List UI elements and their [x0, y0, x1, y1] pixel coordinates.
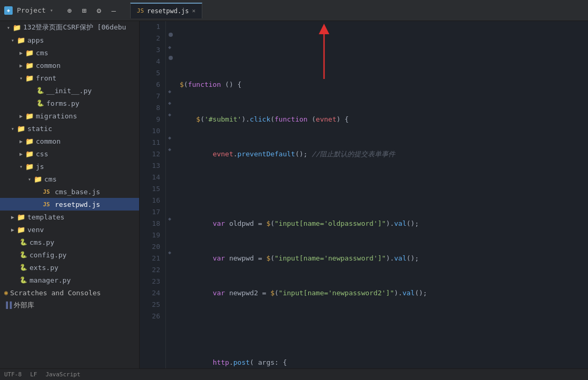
- resetpwd-spacer: [34, 200, 42, 208]
- minimize-button[interactable]: —: [108, 5, 120, 16]
- static-arrow: ▾: [8, 124, 17, 133]
- code-line-3: $('#submit').click(function (evnet) {: [180, 114, 588, 125]
- sidebar: ▾ 📁 132登录页面CSRF保护 [06debu ▾ 📁 apps ▶ 📁 c…: [0, 21, 140, 368]
- code-editor[interactable]: 1 2 3 4 5 6 7 8 9 10 11 12 13 14 15 16 1…: [140, 21, 588, 368]
- common-static-arrow: ▶: [17, 137, 25, 145]
- venv-folder-icon: 📁: [17, 225, 25, 234]
- code-line-9: [180, 322, 588, 334]
- cms-app-label: cms: [36, 49, 48, 57]
- cms-base-js-label: cms_base.js: [55, 188, 100, 196]
- sidebar-item-apps[interactable]: ▾ 📁 apps: [0, 34, 139, 46]
- ln-14: 14: [140, 172, 160, 183]
- code-line-1: [180, 44, 588, 56]
- apps-arrow: ▾: [8, 36, 17, 44]
- fold-9: ◆: [168, 112, 171, 117]
- sidebar-item-config-py[interactable]: 🐍 config.py: [0, 248, 139, 261]
- fold-3: ◆: [168, 44, 171, 50]
- ln-22: 22: [140, 264, 160, 276]
- cms-app-arrow: ▶: [17, 48, 25, 57]
- project-root-label: 132登录页面CSRF保护 [06debu: [23, 23, 126, 32]
- sidebar-item-cms-js-folder[interactable]: ▾ 📁 cms: [0, 173, 139, 185]
- code-area: 1 2 3 4 5 6 7 8 9 10 11 12 13 14 15 16 1…: [140, 21, 588, 368]
- scratches-icon: ◉: [4, 289, 8, 296]
- migrations-arrow: ▶: [17, 112, 25, 120]
- sidebar-item-common-app[interactable]: ▶ 📁 common: [0, 59, 139, 72]
- sidebar-item-css[interactable]: ▶ 📁 css: [0, 147, 139, 160]
- code-line-8: var newpwd2 = $("input[name='newpassword…: [180, 287, 588, 299]
- sidebar-item-scratches[interactable]: ◉ Scratches and Consoles: [0, 286, 139, 299]
- common-static-label: common: [36, 137, 61, 145]
- fold-11: ◆: [168, 135, 171, 141]
- ln-4: 4: [140, 56, 160, 67]
- manager-py-label: manager.py: [30, 276, 71, 284]
- css-label: css: [36, 150, 48, 158]
- sidebar-item-cms-py[interactable]: 🐍 cms.py: [0, 236, 139, 248]
- code-content[interactable]: $(function () { $('#submit').click(funct…: [175, 21, 588, 368]
- code-line-5: [180, 183, 588, 195]
- dropdown-icon: ▾: [50, 7, 53, 13]
- bottom-line-sep: LF: [30, 371, 37, 378]
- forms-py-label: forms.py: [46, 99, 80, 107]
- code-line-7: var newpwd = $("input[name='newpassword'…: [180, 253, 588, 264]
- sidebar-item-static[interactable]: ▾ 📁 static: [0, 122, 139, 135]
- line-numbers: 1 2 3 4 5 6 7 8 9 10 11 12 13 14 15 16 1…: [140, 21, 166, 368]
- config-py-icon: 🐍: [19, 251, 27, 259]
- migrations-label: migrations: [36, 112, 77, 120]
- settings-button[interactable]: ⚙: [93, 5, 105, 16]
- common-static-folder-icon: 📁: [25, 137, 34, 145]
- ln-11: 11: [140, 137, 160, 148]
- front-label: front: [36, 74, 56, 82]
- forms-spacer: [27, 99, 36, 107]
- sidebar-item-common-static[interactable]: ▶ 📁 common: [0, 135, 139, 147]
- init-spacer: [27, 86, 36, 95]
- sidebar-item-cms-app[interactable]: ▶ 📁 cms: [0, 46, 139, 59]
- migrations-folder-icon: 📁: [25, 112, 34, 120]
- title-bar-actions: ⊕ ⊞ ⚙ —: [64, 5, 120, 16]
- js-folder-icon: 📁: [25, 162, 34, 171]
- cms-base-js-icon: JS: [42, 187, 51, 196]
- ln-5: 5: [140, 67, 160, 79]
- ln-20: 20: [140, 241, 160, 253]
- sidebar-item-cms-base-js[interactable]: JS cms_base.js: [0, 185, 139, 198]
- project-icon: ◈: [4, 6, 13, 15]
- sidebar-item-forms-py[interactable]: 🐍 forms.py: [0, 97, 139, 109]
- css-arrow: ▶: [17, 149, 25, 158]
- fold-12: ◆: [168, 146, 171, 152]
- tab-close-icon[interactable]: ✕: [192, 7, 196, 14]
- ln-3: 3: [140, 44, 160, 56]
- sidebar-item-templates[interactable]: ▶ 📁 templates: [0, 211, 139, 223]
- code-gutter: ◆ ◆ ◆ ◆ ◆ ◆ ◆ ◆: [166, 21, 175, 368]
- css-folder-icon: 📁: [25, 149, 34, 158]
- project-root[interactable]: ▾ 📁 132登录页面CSRF保护 [06debu: [0, 21, 139, 34]
- globe-button[interactable]: ⊕: [64, 5, 75, 16]
- config-py-label: config.py: [30, 251, 66, 259]
- tab-filename: resetpwd.js: [147, 7, 189, 15]
- sidebar-item-init-py[interactable]: 🐍 __init__.py: [0, 84, 139, 97]
- main-content: ▾ 📁 132登录页面CSRF保护 [06debu ▾ 📁 apps ▶ 📁 c…: [0, 21, 588, 368]
- code-line-4: evnet.preventDefault(); //阻止默认的提交表单事件: [180, 148, 588, 160]
- static-folder-icon: 📁: [17, 124, 25, 133]
- sidebar-item-js[interactable]: ▾ 📁 js: [0, 160, 139, 173]
- sidebar-item-external-lib[interactable]: ▐▐ 外部库: [0, 299, 139, 312]
- layout-button[interactable]: ⊞: [79, 5, 90, 16]
- sidebar-item-venv[interactable]: ▶ 📁 venv: [0, 223, 139, 236]
- sidebar-item-manager-py[interactable]: 🐍 manager.py: [0, 274, 139, 286]
- project-label: Project: [17, 6, 46, 14]
- sidebar-item-front[interactable]: ▾ 📁 front: [0, 72, 139, 84]
- templates-label: templates: [27, 213, 64, 221]
- sidebar-item-migrations[interactable]: ▶ 📁 migrations: [0, 109, 139, 122]
- cms-py-icon: 🐍: [19, 238, 27, 246]
- ln-6: 6: [140, 79, 160, 91]
- ln-19: 19: [140, 229, 160, 241]
- bottom-bar: UTF-8 LF JavaScript: [0, 368, 588, 380]
- bottom-filetype: JavaScript: [45, 371, 80, 378]
- ln-1: 1: [140, 21, 160, 33]
- ln-23: 23: [140, 276, 160, 287]
- sidebar-item-exts-py[interactable]: 🐍 exts.py: [0, 261, 139, 274]
- templates-arrow: ▶: [8, 213, 17, 221]
- tab-resetpwd[interactable]: JS resetpwd.js ✕: [130, 3, 202, 18]
- sidebar-item-resetpwd-js[interactable]: JS resetpwd.js: [0, 198, 139, 211]
- ln-18: 18: [140, 218, 160, 229]
- ln-2: 2: [140, 33, 160, 44]
- front-folder-icon: 📁: [25, 74, 34, 82]
